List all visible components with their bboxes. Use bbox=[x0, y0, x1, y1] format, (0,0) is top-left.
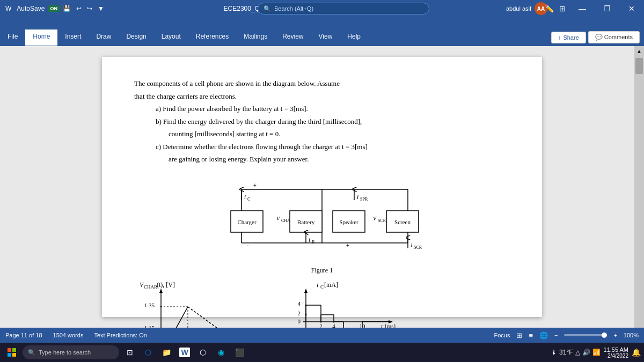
ib-label: i bbox=[309, 237, 310, 243]
word-logo-icon: W bbox=[3, 4, 13, 13]
layout-icon[interactable]: ⊞ bbox=[557, 3, 568, 14]
taskbar-search-icon: 🔍 bbox=[28, 349, 35, 356]
show-desktop-icon[interactable]: △ bbox=[575, 349, 580, 356]
start-button[interactable] bbox=[3, 344, 20, 361]
read-view-icon[interactable]: ≡ bbox=[529, 331, 533, 339]
part-a: a) Find the power absorbed by the batter… bbox=[156, 104, 510, 114]
tab-review[interactable]: Review bbox=[275, 29, 311, 46]
quick-access-toolbar: W AutoSave ON 💾 ↩ ↪ ▼ bbox=[0, 4, 109, 13]
app3-icon[interactable]: ⬛ bbox=[231, 344, 248, 361]
network-icon[interactable]: 📶 bbox=[592, 349, 601, 356]
minus-left: - bbox=[247, 242, 248, 248]
minimize-button[interactable]: — bbox=[570, 0, 595, 17]
status-bar: Page 11 of 18 1504 words Text Prediction… bbox=[0, 328, 644, 343]
focus-label[interactable]: Focus bbox=[494, 332, 510, 338]
graph3-title-sub: C bbox=[320, 284, 324, 290]
scroll-up-button[interactable]: ▲ bbox=[634, 46, 644, 56]
share-button[interactable]: ↑ Share bbox=[551, 32, 586, 43]
y-val-2: 2 bbox=[298, 310, 301, 316]
zoom-minus-button[interactable]: − bbox=[554, 332, 558, 338]
x-axis-label-g3: t bbox=[381, 323, 383, 328]
graph2-svg: V CHAR (t), [V] 1.35 1.15 0 bbox=[134, 279, 258, 328]
volume-icon[interactable]: 🔊 bbox=[582, 349, 590, 356]
system-icons: 🌡 31°F △ 🔊 📶 bbox=[551, 349, 600, 356]
graph2-container: V CHAR (t), [V] 1.35 1.15 0 bbox=[134, 279, 258, 328]
app1-icon[interactable]: ⬡ bbox=[194, 344, 211, 361]
undo-icon[interactable]: ↩ bbox=[74, 4, 84, 13]
window-controls: — ❐ ✕ bbox=[570, 0, 644, 17]
time-area[interactable]: 11:55 AM 2/4/2022 bbox=[604, 346, 628, 359]
save-icon[interactable]: 💾 bbox=[61, 4, 73, 13]
word-count: 1504 words bbox=[53, 332, 84, 338]
windows-logo-icon bbox=[8, 348, 16, 357]
text-predictions: Text Predictions: On bbox=[94, 332, 147, 338]
vchar-label: V bbox=[276, 216, 281, 221]
user-name: abdul asif bbox=[506, 5, 531, 12]
ib-sub: B bbox=[312, 240, 314, 245]
zoom-slider[interactable] bbox=[564, 334, 607, 336]
iscr-sub: SCR bbox=[414, 245, 422, 250]
redo-icon[interactable]: ↪ bbox=[85, 4, 94, 13]
tab-view[interactable]: View bbox=[311, 29, 340, 46]
web-view-icon[interactable]: 🌐 bbox=[539, 331, 548, 339]
search-icon: 🔍 bbox=[264, 5, 271, 12]
taskbar-right-area: 🌡 31°F △ 🔊 📶 11:55 AM 2/4/2022 🔔 bbox=[551, 346, 641, 359]
close-button[interactable]: ✕ bbox=[619, 0, 644, 17]
problem-line-1: The components of a cell phone are shown… bbox=[134, 78, 510, 89]
notification-icon[interactable]: 🔔 bbox=[632, 348, 641, 357]
tab-home[interactable]: Home bbox=[25, 29, 57, 46]
current-date: 2/4/2022 bbox=[604, 353, 628, 359]
autosave-badge[interactable]: ON bbox=[48, 5, 60, 12]
ic-sub: C bbox=[247, 197, 250, 202]
comments-button[interactable]: 💬 Comments bbox=[588, 31, 640, 43]
tab-draw[interactable]: Draw bbox=[89, 29, 119, 46]
tab-mailings[interactable]: Mailings bbox=[236, 29, 275, 46]
task-view-icon[interactable]: ⊡ bbox=[121, 344, 138, 361]
more-icon[interactable]: ▼ bbox=[96, 4, 106, 13]
graph3-title-unit: [mA] bbox=[324, 281, 338, 289]
part-c-1: c) Determine whether the electrons flowi… bbox=[156, 142, 510, 152]
edge-icon[interactable]: ⬡ bbox=[140, 344, 157, 361]
scroll-thumb[interactable] bbox=[635, 58, 643, 74]
graph3-title-ic: i bbox=[317, 281, 318, 289]
taskbar: 🔍 Type here to search ⊡ ⬡ 📁 W ⬡ ◉ ⬛ 🌡 31… bbox=[0, 343, 644, 362]
svg-rect-48 bbox=[12, 348, 16, 352]
search-box[interactable]: 🔍 Search (Alt+Q) bbox=[258, 3, 429, 14]
graph2-title-rest: (t), [V] bbox=[157, 281, 175, 289]
app2-icon[interactable]: ◉ bbox=[213, 344, 230, 361]
document-page: The components of a cell phone are shown… bbox=[102, 57, 542, 317]
restore-button[interactable]: ❐ bbox=[595, 0, 619, 17]
document-area: ▲ The components of a cell phone are sho… bbox=[0, 46, 644, 328]
svg-rect-47 bbox=[8, 348, 11, 352]
ribbon: File Home Insert Draw Design Layout Refe… bbox=[0, 17, 644, 46]
layout-view-icon[interactable]: ⊞ bbox=[516, 331, 522, 339]
tab-layout[interactable]: Layout bbox=[154, 29, 188, 46]
zoom-plus-button[interactable]: + bbox=[613, 332, 617, 338]
problem-statement: The components of a cell phone are shown… bbox=[134, 78, 510, 165]
vscr-label: V bbox=[373, 216, 377, 221]
autosave-label: AutoSave bbox=[14, 4, 47, 13]
tab-references[interactable]: References bbox=[188, 29, 236, 46]
status-right-area: Focus ⊞ ≡ 🌐 − + 100% bbox=[494, 331, 639, 339]
zoom-thumb bbox=[602, 333, 607, 338]
y-val-135: 1.35 bbox=[144, 302, 155, 308]
charger-label: Charger bbox=[237, 219, 257, 225]
current-time: 11:55 AM bbox=[604, 346, 628, 353]
tab-design[interactable]: Design bbox=[119, 29, 153, 46]
explorer-icon[interactable]: 📁 bbox=[158, 344, 175, 361]
tab-insert[interactable]: Insert bbox=[57, 29, 89, 46]
part-c-2: are gaining or losing energy. Explain yo… bbox=[169, 154, 510, 165]
tab-help[interactable]: Help bbox=[340, 29, 368, 46]
edit-icon[interactable]: ✏️ bbox=[543, 3, 556, 14]
share-icon: ↑ bbox=[558, 34, 561, 41]
zoom-level: 100% bbox=[624, 332, 639, 338]
word-taskbar-icon[interactable]: W bbox=[176, 344, 193, 361]
graphs-row: V CHAR (t), [V] 1.35 1.15 0 bbox=[134, 279, 510, 328]
temperature: 31°F bbox=[559, 349, 573, 356]
scrollbar[interactable] bbox=[634, 56, 644, 328]
taskbar-search-box[interactable]: 🔍 Type here to search bbox=[23, 345, 119, 359]
plus-right: + bbox=[346, 242, 349, 248]
svg-marker-29 bbox=[304, 289, 308, 293]
vscr-sub: SCR bbox=[378, 218, 386, 223]
tab-file[interactable]: File bbox=[0, 29, 25, 46]
